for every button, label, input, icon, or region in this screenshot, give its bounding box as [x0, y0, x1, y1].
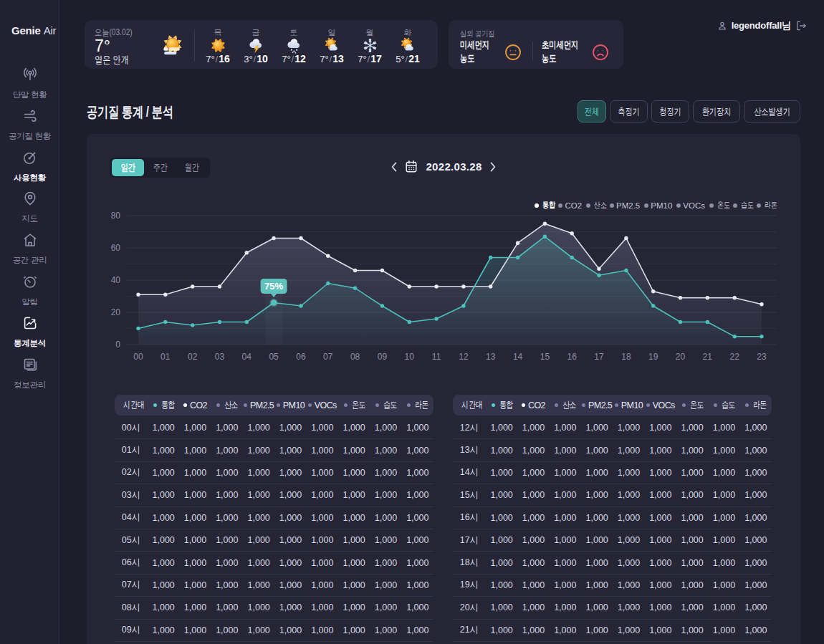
svg-text:60: 60 [111, 243, 121, 253]
svg-text:03: 03 [215, 352, 225, 362]
svg-text:20: 20 [676, 352, 686, 362]
svg-text:16: 16 [567, 352, 578, 362]
svg-text:01: 01 [161, 352, 171, 362]
svg-text:12: 12 [459, 352, 469, 362]
svg-text:08: 08 [350, 352, 360, 362]
svg-text:20: 20 [111, 307, 121, 317]
svg-text:23: 23 [757, 352, 767, 362]
svg-text:00: 00 [133, 352, 143, 362]
svg-text:15: 15 [540, 352, 550, 362]
svg-text:22: 22 [730, 352, 740, 362]
svg-text:13: 13 [486, 352, 496, 362]
svg-text:06: 06 [296, 352, 306, 362]
svg-text:75%: 75% [264, 281, 283, 292]
svg-text:05: 05 [269, 352, 279, 362]
svg-text:80: 80 [111, 211, 121, 221]
svg-text:04: 04 [242, 352, 252, 362]
svg-text:07: 07 [323, 352, 333, 362]
svg-text:21: 21 [703, 352, 713, 362]
svg-text:09: 09 [378, 352, 388, 362]
svg-text:19: 19 [648, 352, 658, 362]
svg-text:14: 14 [513, 352, 523, 362]
svg-text:40: 40 [111, 275, 121, 285]
svg-text:11: 11 [432, 352, 441, 362]
svg-text:18: 18 [621, 352, 631, 362]
svg-text:02: 02 [188, 352, 198, 362]
svg-text:0: 0 [115, 340, 120, 350]
svg-text:17: 17 [594, 352, 604, 362]
svg-text:10: 10 [405, 352, 415, 362]
